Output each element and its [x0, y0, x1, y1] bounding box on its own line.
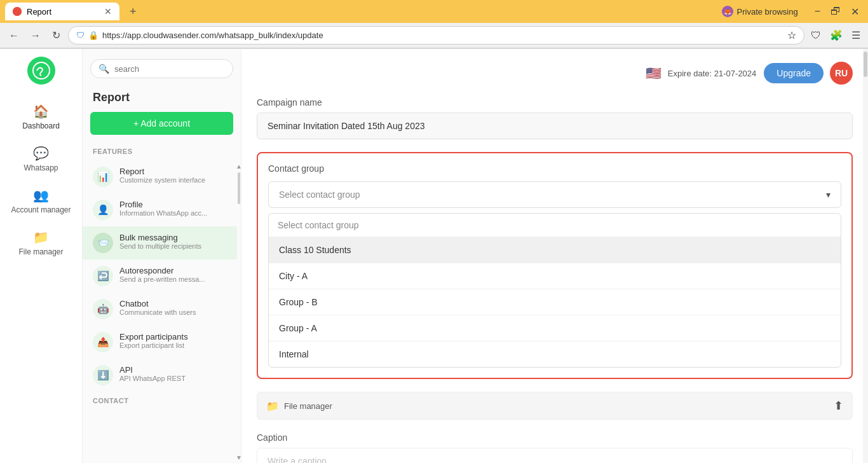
- feature-item-profile[interactable]: 👤 Profile Information WhatsApp acc...: [83, 193, 237, 226]
- private-browsing-icon: 🦊: [722, 6, 733, 17]
- expire-label: Expire date: 21-07-2024: [668, 69, 756, 78]
- campaign-name-value: Seminar Invitation Dated 15th Aug 2023: [257, 113, 853, 139]
- feature-api-title: API: [119, 365, 186, 375]
- sidebar-item-account-manager-label: Account manager: [11, 205, 71, 214]
- tab-favicon: [13, 7, 22, 16]
- feature-chatbot-subtitle: Communicate with users: [119, 308, 196, 316]
- feature-item-report[interactable]: 📊 Report Customize system interface: [83, 160, 237, 193]
- app-logo: [27, 57, 55, 85]
- sidebar-item-dashboard[interactable]: 🏠 Dashboard: [4, 97, 78, 137]
- dropdown-item-internal[interactable]: Internal: [269, 342, 841, 367]
- sidebar-item-file-manager-label: File manager: [18, 247, 63, 256]
- sidebar-item-file-manager[interactable]: 📁 File manager: [4, 223, 78, 263]
- browser-chrome: Report ✕ + 🦊 Private browsing − 🗗 ✕ ← → …: [0, 0, 868, 49]
- security-icon: 🛡: [76, 31, 85, 40]
- minimize-button[interactable]: −: [811, 4, 824, 19]
- reload-button[interactable]: ↻: [48, 27, 64, 44]
- feature-autoresponder-subtitle: Send a pre-written messa...: [119, 275, 205, 283]
- contact-section-label: CONTACT: [83, 392, 237, 407]
- feature-autoresponder-icon: ↩️: [93, 266, 113, 286]
- sidebar-item-whatsapp-label: Whatsapp: [24, 163, 58, 172]
- feature-autoresponder-text: Autoresponder Send a pre-written messa..…: [119, 266, 205, 283]
- dropdown-item-group-a[interactable]: Group - A: [269, 315, 841, 342]
- file-manager-icon: 📁: [33, 230, 49, 245]
- extensions-button[interactable]: 🧩: [827, 27, 845, 44]
- dropdown-item-class10[interactable]: Class 10 Students: [269, 237, 841, 263]
- upload-icon[interactable]: ⬆: [834, 399, 843, 413]
- upgrade-button[interactable]: Upgrade: [764, 63, 824, 83]
- scroll-down-arrow[interactable]: ▼: [236, 454, 241, 461]
- feature-bulk-title: Bulk messaging: [119, 233, 201, 242]
- dropdown-search-item[interactable]: Select contact group: [269, 214, 841, 237]
- select-placeholder: Select contact group: [279, 190, 360, 200]
- close-button[interactable]: ✕: [847, 4, 863, 19]
- feature-profile-text: Profile Information WhatsApp acc...: [119, 200, 207, 217]
- browser-toolbar: ← → ↻ 🛡 🔒 ☆ 🛡 🧩 ☰: [0, 23, 868, 48]
- search-area: 🔍: [83, 49, 241, 88]
- feature-api-text: API API WhatsApp REST: [119, 365, 186, 382]
- user-avatar[interactable]: RU: [830, 62, 853, 85]
- browser-tab[interactable]: Report ✕: [5, 3, 119, 20]
- whatsapp-icon: 💬: [33, 146, 49, 161]
- tab-title: Report: [27, 7, 51, 17]
- search-input[interactable]: [114, 64, 225, 74]
- contact-group-dropdown[interactable]: Select contact group ▾: [268, 181, 841, 208]
- feature-item-autoresponder[interactable]: ↩️ Autoresponder Send a pre-written mess…: [83, 259, 237, 293]
- campaign-name-label: Campaign name: [257, 97, 853, 107]
- feature-api-icon: ⬇️: [93, 365, 113, 385]
- middle-scrollbar[interactable]: ▲ ▼: [237, 160, 241, 463]
- file-manager-bar: 📁 File manager ⬆: [257, 392, 853, 420]
- file-manager-bar-label: File manager: [284, 401, 332, 411]
- feature-export-text: Export participants Export participant l…: [119, 332, 188, 349]
- feature-item-bulk-messaging[interactable]: 📨 Bulk messaging Send to multiple recipi…: [83, 226, 237, 259]
- add-account-button[interactable]: + Add account: [90, 112, 233, 135]
- sidebar-item-whatsapp[interactable]: 💬 Whatsapp: [4, 139, 78, 179]
- sidebar-item-account-manager[interactable]: 👥 Account manager: [4, 181, 78, 221]
- right-scrollbar-thumb: [864, 52, 867, 77]
- new-tab-button[interactable]: +: [125, 4, 142, 20]
- contact-group-section: Contact group Select contact group ▾ Sel…: [257, 152, 853, 379]
- feature-report-subtitle: Customize system interface: [119, 176, 205, 184]
- bookmark-icon[interactable]: ☆: [787, 29, 796, 41]
- feature-item-export[interactable]: 📤 Export participants Export participant…: [83, 326, 237, 359]
- caption-area[interactable]: Write a caption 🙂: [257, 448, 853, 463]
- browser-titlebar: Report ✕ + 🦊 Private browsing − 🗗 ✕: [0, 0, 868, 23]
- sidebar-nav: 🏠 Dashboard 💬 Whatsapp 👥 Account manager…: [0, 97, 82, 263]
- panel-title: Report: [83, 88, 241, 112]
- address-input[interactable]: [102, 31, 783, 40]
- feature-export-title: Export participants: [119, 332, 188, 342]
- feature-bulk-subtitle: Send to multiple recipients: [119, 242, 201, 250]
- feature-bulk-icon: 📨: [93, 233, 113, 253]
- file-manager-bar-icon: 📁: [266, 400, 279, 412]
- address-bar[interactable]: 🛡 🔒 ☆: [68, 26, 804, 45]
- scroll-thumb: [238, 172, 240, 204]
- private-browsing-indicator: 🦊 Private browsing: [722, 6, 798, 17]
- features-section-label: FEATURES: [83, 145, 241, 160]
- header-bar: 🇺🇸 Expire date: 21-07-2024 Upgrade RU: [257, 62, 853, 85]
- right-scrollbar-track[interactable]: [863, 49, 868, 463]
- dropdown-menu: Select contact group Class 10 Students C…: [268, 213, 841, 368]
- contact-group-label: Contact group: [268, 163, 841, 174]
- scroll-up-arrow[interactable]: ▲: [236, 163, 241, 170]
- restore-button[interactable]: 🗗: [827, 4, 844, 19]
- forward-button[interactable]: →: [27, 27, 44, 44]
- feature-report-text: Report Customize system interface: [119, 167, 205, 184]
- window-controls: − 🗗 ✕: [811, 4, 863, 19]
- chevron-down-icon: ▾: [826, 190, 831, 200]
- feature-profile-subtitle: Information WhatsApp acc...: [119, 209, 207, 217]
- logo-area: [27, 57, 55, 85]
- menu-button[interactable]: ☰: [849, 27, 863, 44]
- middle-panel: 🔍 Report + Add account FEATURES 📊 Report…: [83, 49, 241, 463]
- search-box[interactable]: 🔍: [90, 59, 233, 78]
- feature-item-api[interactable]: ⬇️ API API WhatsApp REST: [83, 359, 237, 392]
- dropdown-item-group-b[interactable]: Group - B: [269, 289, 841, 315]
- sidebar: 🏠 Dashboard 💬 Whatsapp 👥 Account manager…: [0, 49, 83, 463]
- shield-toolbar-button[interactable]: 🛡: [808, 27, 824, 44]
- dropdown-item-city-a[interactable]: City - A: [269, 263, 841, 289]
- feature-export-subtitle: Export participant list: [119, 342, 188, 349]
- flag-icon: 🇺🇸: [646, 66, 661, 81]
- back-button[interactable]: ←: [5, 27, 23, 44]
- feature-item-chatbot[interactable]: 🤖 Chatbot Communicate with users: [83, 293, 237, 326]
- feature-list-container: 📊 Report Customize system interface 👤 Pr…: [83, 160, 241, 463]
- tab-close-button[interactable]: ✕: [104, 6, 112, 17]
